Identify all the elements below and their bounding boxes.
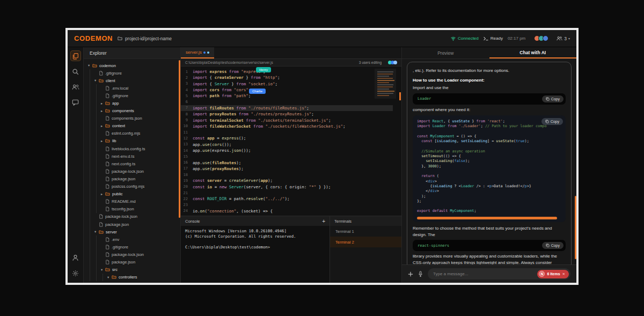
code-line-4[interactable]: const MyComponent = () => { bbox=[417, 134, 561, 139]
code-line-2[interactable]: 2import { createServer } from "http"; bbox=[181, 75, 401, 80]
chat-message-area[interactable]: , etc.). Refer to its documentation for … bbox=[402, 59, 576, 264]
close-icon[interactable]: ✕ bbox=[562, 272, 565, 276]
minimap[interactable] bbox=[375, 69, 396, 99]
code-line-6[interactable]: 6 bbox=[181, 99, 401, 105]
code-editor[interactable]: 1import express from "express";2import {… bbox=[181, 67, 401, 216]
code-line-6[interactable] bbox=[417, 144, 561, 149]
code-line-13[interactable]: 13app.use(cors()); bbox=[181, 142, 401, 148]
project-breadcrumb[interactable]: project-id/project-name bbox=[118, 36, 172, 41]
tree-item-public[interactable]: ▸public bbox=[84, 190, 180, 198]
code-line-7[interactable]: 7import fileRoutes from "./routes/fileRo… bbox=[181, 105, 393, 111]
code-line-3[interactable]: 3import { Server } from "socket.io"; bbox=[181, 81, 401, 87]
code-line-22[interactable]: 22const ROOT_DIR = path.resolve("../../"… bbox=[181, 196, 401, 202]
tree-item-lib[interactable]: ▸lib bbox=[84, 137, 180, 145]
tree-item-next-env-d-ts[interactable]: next-env.d.ts bbox=[84, 152, 180, 160]
code-line-2[interactable]: import Loader from './Loader'; // Path t… bbox=[417, 124, 561, 129]
tree-item-components[interactable]: ▸components bbox=[84, 107, 180, 115]
tab-preview[interactable]: Preview bbox=[402, 47, 489, 58]
code-line-4[interactable]: 4import cors from "cors"; bbox=[181, 87, 401, 93]
account-icon[interactable] bbox=[70, 252, 81, 263]
chat-scrollbar[interactable] bbox=[575, 196, 576, 259]
code-line-8[interactable]: 8import proxyRoutes from "./routes/proxy… bbox=[181, 111, 401, 117]
code-line-7[interactable]: //Simulate an async operation bbox=[417, 149, 561, 154]
code-line-24[interactable]: 24io.on("connection", (socket) => { bbox=[181, 208, 401, 214]
code-line-1[interactable]: import React, { useState } from 'react'; bbox=[417, 119, 561, 124]
code-line-10[interactable]: }, 3000); bbox=[417, 164, 561, 169]
code-line-18[interactable]: 18 bbox=[181, 172, 401, 178]
terminal-item-terminal-2[interactable]: Terminal 2 bbox=[330, 237, 401, 247]
code-line-15[interactable]: </div> bbox=[417, 189, 561, 194]
code-line-15[interactable]: 15 bbox=[181, 153, 401, 159]
tab-chat-with-ai[interactable]: Chat with AI bbox=[489, 47, 577, 58]
tree-item-postcss-config-mjs[interactable]: postcss.config.mjs bbox=[84, 183, 180, 190]
collaborators-icon[interactable] bbox=[70, 82, 81, 92]
collaborator-avatars[interactable] bbox=[536, 35, 548, 41]
tree-item-app[interactable]: ▸app bbox=[84, 99, 180, 107]
settings-icon[interactable] bbox=[70, 268, 81, 278]
tree-item-package-json[interactable]: package.json bbox=[84, 175, 180, 182]
tree-item-next-config-ts[interactable]: next.config.ts bbox=[84, 160, 180, 167]
tree-item-package-lock-json[interactable]: package-lock.json bbox=[84, 167, 180, 175]
code-line-5[interactable]: 5import path from "path"; bbox=[181, 93, 401, 99]
tree-item-eslint-config-mjs[interactable]: eslint.config.mjs bbox=[84, 130, 180, 137]
user-count-dropdown[interactable]: 3 ▾ bbox=[557, 36, 570, 41]
code-line-9[interactable]: setIsLoading(false); bbox=[417, 159, 561, 164]
code-line-11[interactable]: 11 bbox=[181, 129, 401, 135]
tab-server-js[interactable]: server.js bbox=[181, 47, 214, 58]
tree-item--gitignore[interactable]: .gitignore bbox=[84, 92, 180, 99]
code-line-21[interactable]: 21 bbox=[181, 190, 401, 196]
code-line-5[interactable]: const [isLoading, setIsLoading] = useSta… bbox=[417, 139, 561, 144]
tree-item-liveblocks-config-ts[interactable]: liveblocks.config.ts bbox=[84, 145, 180, 152]
code-line-17[interactable]: }; bbox=[417, 199, 561, 204]
code-line-8[interactable]: setTimeout(() => { bbox=[417, 154, 561, 159]
code-line-19[interactable]: export default MyComponent; bbox=[417, 209, 561, 214]
code-line-12[interactable]: 12const app = express(); bbox=[181, 135, 401, 141]
search-icon[interactable] bbox=[70, 66, 81, 77]
code-line-1[interactable]: 1import express from "express"; bbox=[181, 69, 401, 75]
code-line-23[interactable]: 23 bbox=[181, 202, 401, 208]
copy-button[interactable]: Copy bbox=[542, 95, 564, 102]
tree-item--gitignore[interactable]: .gitignore bbox=[84, 243, 180, 251]
files-icon[interactable] bbox=[70, 50, 81, 61]
code-line-14[interactable]: {isLoading ? <Loader /> : <p>Data loaded… bbox=[417, 184, 561, 189]
editing-avatars[interactable] bbox=[389, 61, 397, 64]
tree-item-tsconfig-json[interactable]: tsconfig.json bbox=[84, 205, 180, 213]
editor-scrollbar[interactable] bbox=[399, 92, 401, 100]
chat-icon[interactable] bbox=[70, 97, 81, 108]
code-line-13[interactable]: <div> bbox=[417, 179, 561, 184]
tree-item-server[interactable]: ▾server bbox=[84, 228, 180, 236]
code-line-12[interactable]: return ( bbox=[417, 174, 561, 179]
code-line-16[interactable]: ); bbox=[417, 194, 561, 199]
terminal-item-terminal-1[interactable]: Terminal 1 bbox=[330, 226, 401, 237]
explorer-scrollbar[interactable] bbox=[179, 60, 180, 218]
tree-item-src[interactable]: ▾src bbox=[84, 266, 180, 274]
copy-button[interactable]: Copy bbox=[541, 118, 563, 125]
console-output[interactable]: Microsoft Windows [Version 10.0.26100.49… bbox=[181, 226, 330, 283]
tree-item-package-lock-json[interactable]: package-lock.json bbox=[84, 251, 180, 258]
tree-item--env-local[interactable]: .env.local bbox=[84, 84, 180, 92]
tree-item-package-json[interactable]: package.json bbox=[84, 258, 180, 266]
code-line-11[interactable] bbox=[417, 169, 561, 174]
tree-item-readme-md[interactable]: README.md bbox=[84, 198, 180, 205]
code-line-19[interactable]: 19const server = createServer(app); bbox=[181, 178, 401, 183]
tree-item-components-json[interactable]: components.json bbox=[84, 115, 180, 122]
code-line-10[interactable]: 10import fileWatcherSocket from "./socke… bbox=[181, 123, 401, 129]
code-line-16[interactable]: 16app.use(fileRoutes); bbox=[181, 159, 401, 165]
code-block-horizontal-scrollbar[interactable] bbox=[417, 217, 557, 219]
microphone-button[interactable] bbox=[418, 271, 423, 277]
code-line-9[interactable]: 9import terminalSocket from "./sockets/t… bbox=[181, 117, 401, 123]
code-line-3[interactable] bbox=[417, 129, 561, 134]
tree-item-controllers[interactable]: ▾controllers bbox=[84, 274, 180, 281]
attach-button[interactable] bbox=[408, 271, 413, 277]
tree-item-codemon[interactable]: ▾codemon bbox=[84, 62, 180, 69]
copy-button[interactable]: Copy bbox=[542, 242, 564, 249]
tree-item-client[interactable]: ▾client bbox=[84, 77, 180, 84]
tree-item-context[interactable]: ▸context bbox=[84, 122, 180, 130]
password-manager-badge[interactable]: N 6 Items ✕ bbox=[537, 270, 569, 278]
code-line-14[interactable]: 14app.use(express.json()); bbox=[181, 148, 401, 153]
add-console-button[interactable]: + bbox=[322, 218, 325, 224]
tree-item-package-lock-json[interactable]: package-lock.json bbox=[84, 213, 180, 221]
code-line-18[interactable] bbox=[417, 204, 561, 209]
tree-item--env[interactable]: .env bbox=[84, 236, 180, 243]
code-line-17[interactable]: 17app.use(proxyRoutes); bbox=[181, 166, 401, 172]
